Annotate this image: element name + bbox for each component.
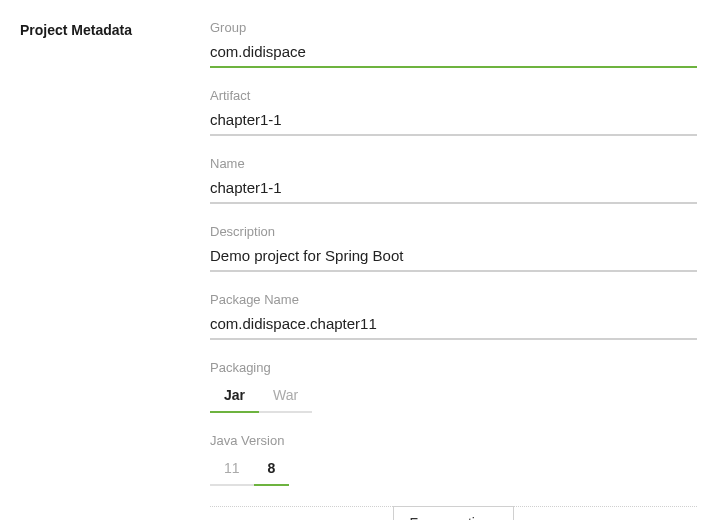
artifact-field: Artifact [210, 88, 697, 136]
sidebar: Project Metadata [20, 20, 160, 520]
packaging-field: Packaging Jar War [210, 360, 697, 413]
java-version-option-8[interactable]: 8 [254, 454, 290, 486]
form-main: Group Artifact Name Description Package … [210, 20, 697, 520]
name-input[interactable] [210, 175, 697, 204]
description-input[interactable] [210, 243, 697, 272]
java-version-label: Java Version [210, 433, 697, 448]
java-version-field: Java Version 11 8 [210, 433, 697, 486]
artifact-label: Artifact [210, 88, 697, 103]
packaging-option-jar[interactable]: Jar [210, 381, 259, 413]
description-label: Description [210, 224, 697, 239]
packaging-option-war[interactable]: War [259, 381, 312, 413]
name-field: Name [210, 156, 697, 204]
section-title: Project Metadata [20, 22, 160, 38]
java-version-option-11[interactable]: 11 [210, 454, 254, 486]
description-field: Description [210, 224, 697, 272]
group-field: Group [210, 20, 697, 68]
package-name-label: Package Name [210, 292, 697, 307]
group-label: Group [210, 20, 697, 35]
package-name-input[interactable] [210, 311, 697, 340]
group-input[interactable] [210, 39, 697, 68]
artifact-input[interactable] [210, 107, 697, 136]
name-label: Name [210, 156, 697, 171]
fewer-options-button[interactable]: Fewer options [393, 506, 515, 520]
package-name-field: Package Name [210, 292, 697, 340]
options-row: Fewer options [210, 506, 697, 520]
java-version-tabset: 11 8 [210, 454, 289, 486]
project-metadata-form: Project Metadata Group Artifact Name Des… [20, 20, 697, 520]
packaging-tabset: Jar War [210, 381, 312, 413]
packaging-label: Packaging [210, 360, 697, 375]
